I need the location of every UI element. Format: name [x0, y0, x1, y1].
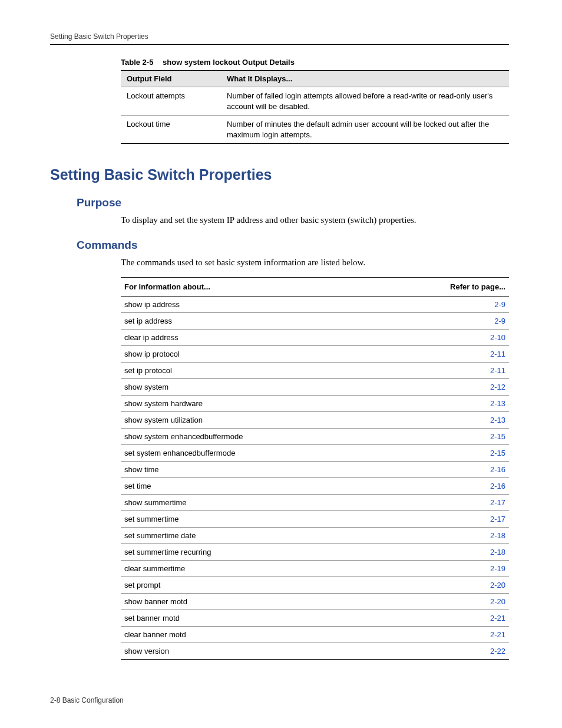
command-name-cell: set summertime recurring [121, 543, 431, 560]
table-number: Table 2-5 [121, 58, 153, 67]
page-ref-cell: 2-16 [431, 477, 509, 494]
page-ref-link[interactable]: 2-18 [490, 531, 505, 540]
command-name-cell: clear ip address [121, 329, 431, 345]
command-name-cell: show ip protocol [121, 345, 431, 362]
command-name-cell: show banner motd [121, 593, 431, 610]
page-ref-link[interactable]: 2-9 [494, 300, 505, 309]
page-ref-link[interactable]: 2-21 [490, 614, 505, 622]
output-field-cell: Lockout time [121, 116, 221, 144]
command-name-cell: show summertime [121, 494, 431, 510]
command-name-cell: show system [121, 378, 431, 395]
page-ref-link[interactable]: 2-18 [490, 548, 505, 556]
page-footer: 2-8 Basic Configuration [50, 696, 124, 704]
table-row: show ip protocol2-11 [121, 345, 509, 362]
page-ref-link[interactable]: 2-20 [490, 581, 505, 589]
page-ref-cell: 2-13 [431, 395, 509, 411]
command-name-cell: show time [121, 461, 431, 477]
table-row: show system utilization2-13 [121, 411, 509, 428]
table-row: Lockout timeNumber of minutes the defaul… [121, 116, 509, 144]
command-name-cell: clear summertime [121, 560, 431, 577]
page-ref-link[interactable]: 2-13 [490, 416, 505, 424]
table-row: clear summertime2-19 [121, 560, 509, 577]
table-row: Lockout attemptsNumber of failed login a… [121, 87, 509, 116]
page-ref-cell: 2-18 [431, 527, 509, 543]
output-desc-cell: Number of failed login attempts allowed … [221, 87, 509, 116]
purpose-heading: Purpose [77, 196, 509, 209]
page-ref-link[interactable]: 2-16 [490, 482, 505, 490]
page-ref-link[interactable]: 2-9 [494, 317, 505, 325]
page-ref-cell: 2-19 [431, 560, 509, 577]
table-row: clear ip address2-10 [121, 329, 509, 345]
table-row: set summertime date2-18 [121, 527, 509, 543]
command-name-cell: show ip address [121, 296, 431, 312]
command-name-cell: set summertime date [121, 527, 431, 543]
page-ref-cell: 2-17 [431, 510, 509, 527]
table-title: show system lockout Output Details [163, 58, 295, 67]
table-row: show system hardware2-13 [121, 395, 509, 411]
page-ref-cell: 2-13 [431, 411, 509, 428]
table-row: set ip address2-9 [121, 312, 509, 329]
page-ref-link[interactable]: 2-15 [490, 449, 505, 457]
command-name-cell: set summertime [121, 510, 431, 527]
command-name-cell: show system hardware [121, 395, 431, 411]
page-ref-link[interactable]: 2-22 [490, 647, 505, 655]
page-ref-link[interactable]: 2-11 [490, 366, 505, 375]
purpose-text: To display and set the system IP address… [121, 214, 509, 226]
page-ref-link[interactable]: 2-19 [490, 564, 505, 573]
col-info-about: For information about... [121, 277, 431, 296]
table-row: set banner motd2-21 [121, 610, 509, 626]
command-name-cell: show version [121, 643, 431, 659]
page-ref-cell: 2-11 [431, 362, 509, 378]
col-displays: What It Displays... [221, 71, 509, 87]
table-row: set summertime recurring2-18 [121, 543, 509, 560]
section-heading: Setting Basic Switch Properties [50, 166, 509, 183]
page-ref-cell: 2-22 [431, 643, 509, 659]
table-row: set time2-16 [121, 477, 509, 494]
command-name-cell: set ip protocol [121, 362, 431, 378]
output-desc-cell: Number of minutes the default admin user… [221, 116, 509, 144]
page-ref-cell: 2-18 [431, 543, 509, 560]
page-ref-link[interactable]: 2-11 [490, 350, 505, 358]
table-row: show time2-16 [121, 461, 509, 477]
col-refer-page: Refer to page... [431, 277, 509, 296]
page-ref-cell: 2-21 [431, 626, 509, 643]
commands-text: The commands used to set basic system in… [121, 256, 509, 268]
page-ref-cell: 2-9 [431, 296, 509, 312]
running-header: Setting Basic Switch Properties [50, 32, 509, 45]
commands-index-table: For information about... Refer to page..… [121, 277, 509, 660]
col-output-field: Output Field [121, 71, 221, 87]
page-ref-link[interactable]: 2-17 [490, 515, 505, 523]
table-row: show banner motd2-20 [121, 593, 509, 610]
table-row: set prompt2-20 [121, 577, 509, 593]
page-ref-cell: 2-11 [431, 345, 509, 362]
table-row: show system2-12 [121, 378, 509, 395]
page-ref-cell: 2-21 [431, 610, 509, 626]
table-caption: Table 2-5 show system lockout Output Det… [50, 58, 509, 67]
page-ref-link[interactable]: 2-10 [490, 333, 505, 342]
table-row: set ip protocol2-11 [121, 362, 509, 378]
page-ref-cell: 2-9 [431, 312, 509, 329]
page-ref-cell: 2-20 [431, 593, 509, 610]
page-ref-cell: 2-15 [431, 444, 509, 461]
page-ref-link[interactable]: 2-16 [490, 465, 505, 474]
table-row: set summertime2-17 [121, 510, 509, 527]
command-name-cell: clear banner motd [121, 626, 431, 643]
page-ref-link[interactable]: 2-21 [490, 630, 505, 639]
page-ref-link[interactable]: 2-17 [490, 498, 505, 507]
command-name-cell: show system enhancedbuffermode [121, 428, 431, 444]
command-name-cell: set prompt [121, 577, 431, 593]
command-name-cell: show system utilization [121, 411, 431, 428]
command-name-cell: set ip address [121, 312, 431, 329]
page-ref-cell: 2-12 [431, 378, 509, 395]
page-ref-cell: 2-17 [431, 494, 509, 510]
command-name-cell: set system enhancedbuffermode [121, 444, 431, 461]
page-ref-link[interactable]: 2-13 [490, 399, 505, 408]
page-ref-link[interactable]: 2-12 [490, 383, 505, 391]
output-details-table: Output Field What It Displays... Lockout… [121, 70, 509, 144]
page-ref-link[interactable]: 2-20 [490, 597, 505, 606]
command-name-cell: set time [121, 477, 431, 494]
table-row: show version2-22 [121, 643, 509, 659]
table-row: show summertime2-17 [121, 494, 509, 510]
page-ref-link[interactable]: 2-15 [490, 432, 505, 441]
commands-heading: Commands [77, 239, 509, 252]
